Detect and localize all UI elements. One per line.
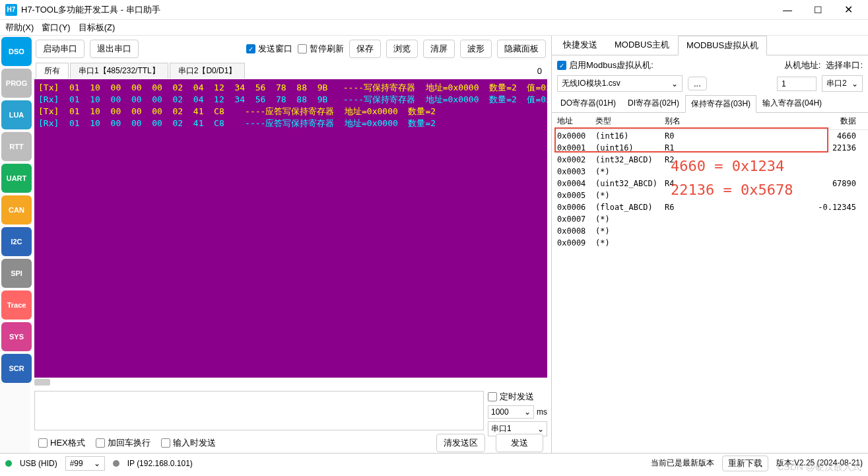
redownload-button[interactable]: 重新下载	[722, 456, 768, 471]
cell-type: (*)	[595, 191, 665, 200]
maximize-button[interactable]: ☐	[803, 1, 832, 19]
register-table: 地址 类型 别名 数据 0x0000(int16)R046600x0001(ui…	[552, 113, 868, 453]
cell-alias	[665, 238, 691, 248]
start-serial-button[interactable]: 启动串口	[36, 40, 84, 58]
version-label: 版本:V2.25 (2024-08-21)	[776, 458, 863, 469]
tab-hold-reg[interactable]: 保持寄存器(03H)	[685, 95, 756, 113]
cell-type: (uint32_ABCD)	[595, 179, 665, 188]
profile-select[interactable]: 无线IO模块1.csv⌄	[557, 75, 683, 92]
tab-modbus-master[interactable]: MODBUS主机	[606, 35, 678, 55]
minimize-button[interactable]: —	[773, 1, 802, 19]
tab-serial2[interactable]: 串口2【D0/D1】	[170, 63, 246, 79]
cell-addr: 0x0002	[557, 155, 595, 164]
sidebar-item-dso[interactable]: DSO	[1, 37, 32, 66]
cell-type: (*)	[595, 238, 665, 248]
sidebar-item-spi[interactable]: SPI	[1, 259, 32, 288]
sidebar-item-lua[interactable]: LUA	[1, 100, 32, 129]
cell-addr: 0x0003	[557, 167, 595, 176]
cr-checkbox[interactable]: 加回车换行	[96, 437, 150, 449]
browse-button[interactable]: 浏览	[386, 40, 418, 58]
cell-type: (*)	[595, 226, 665, 236]
interval-value: 1000	[491, 407, 509, 417]
cell-alias: R1	[665, 143, 691, 153]
cell-addr: 0x0001	[557, 143, 595, 153]
table-row[interactable]: 0x0008(*)	[552, 225, 868, 237]
cell-alias	[665, 191, 691, 200]
table-row[interactable]: 0x0002(int32_ABCD)R2	[552, 154, 868, 166]
sidebar-item-i2c[interactable]: I2C	[1, 227, 32, 256]
console-line: [Rx] 01 10 00 00 00 02 41 C8 ----应答写保持寄存…	[38, 118, 543, 129]
menu-target[interactable]: 目标板(Z)	[79, 22, 116, 34]
cell-data	[691, 191, 863, 200]
cell-alias: R0	[665, 131, 691, 141]
sidebar-item-prog[interactable]: PROG	[1, 69, 32, 98]
tab-di-reg[interactable]: DI寄存器(02H)	[622, 94, 685, 112]
horizontal-scrollbar[interactable]	[34, 379, 547, 387]
send-textarea[interactable]	[34, 391, 484, 430]
table-row[interactable]: 0x0007(*)	[552, 213, 868, 225]
table-row[interactable]: 0x0000(int16)R04660	[552, 130, 868, 142]
hex-label: HEX格式	[50, 437, 85, 449]
ms-label: ms	[537, 407, 547, 417]
more-button[interactable]: ...	[688, 77, 707, 90]
sidebar-item-scr[interactable]: SCR	[1, 354, 32, 383]
table-row[interactable]: 0x0003(*)	[552, 166, 868, 178]
modbus-port-select[interactable]: 串口2⌄	[822, 75, 863, 92]
sidebar-item-sys[interactable]: SYS	[1, 322, 32, 351]
tab-quick-send[interactable]: 快捷发送	[554, 35, 606, 55]
usb-status: USB (HID)	[20, 459, 57, 468]
sidebar-item-trace[interactable]: Trace	[1, 290, 32, 320]
sidebar-item-rtt[interactable]: RTT	[1, 132, 32, 161]
ip-status: IP (192.168.0.101)	[127, 459, 193, 468]
cell-addr: 0x0004	[557, 179, 595, 188]
cell-alias: R6	[665, 203, 691, 212]
wave-button[interactable]: 波形	[460, 40, 492, 58]
app-icon: H7	[5, 4, 17, 16]
hex-checkbox[interactable]: HEX格式	[38, 437, 85, 449]
device-num-select[interactable]: #99⌄	[65, 456, 105, 471]
pause-refresh-checkbox[interactable]: 暂停刷新	[298, 43, 344, 55]
table-row[interactable]: 0x0001(uint16)R122136	[552, 142, 868, 154]
tab-do-reg[interactable]: DO寄存器(01H)	[554, 94, 622, 112]
timed-send-label: 定时发送	[500, 391, 534, 403]
table-row[interactable]: 0x0005(*)	[552, 189, 868, 201]
menu-window[interactable]: 窗口(Y)	[42, 22, 70, 34]
table-row[interactable]: 0x0009(*)	[552, 237, 868, 249]
input-time-label: 输入时发送	[173, 437, 216, 449]
cell-addr: 0x0008	[557, 226, 595, 236]
input-time-checkbox[interactable]: 输入时发送	[161, 437, 216, 449]
hide-panel-button[interactable]: 隐藏面板	[497, 40, 546, 58]
table-row[interactable]: 0x0006(float_ABCD)R6-0.12345	[552, 201, 868, 213]
close-button[interactable]: ✕	[834, 1, 863, 19]
clear-button[interactable]: 清屏	[423, 40, 455, 58]
save-button[interactable]: 保存	[349, 40, 381, 58]
tab-modbus-slave[interactable]: MODBUS虚拟从机	[678, 36, 767, 55]
byte-counter: 0	[537, 66, 546, 76]
clear-send-button[interactable]: 清发送区	[436, 434, 485, 452]
tab-all[interactable]: 所有	[36, 63, 69, 79]
sidebar-item-can[interactable]: CAN	[1, 195, 32, 224]
console-line: [Rx] 01 10 00 00 00 02 04 12 34 56 78 88…	[38, 94, 543, 106]
exit-serial-button[interactable]: 退出串口	[90, 40, 139, 58]
enable-modbus-checkbox[interactable]: ✓启用Modbus虚拟从机:	[557, 59, 653, 71]
cell-type: (int32_ABCD)	[595, 155, 665, 164]
col-header-addr: 地址	[557, 116, 595, 127]
send-button[interactable]: 发送	[496, 434, 543, 452]
enable-modbus-label: 启用Modbus虚拟从机:	[569, 59, 653, 71]
titlebar: H7 H7-TOOL多功能开发工具 - 串口助手 — ☐ ✕	[0, 0, 868, 20]
slave-addr-input[interactable]: 1	[777, 77, 817, 91]
cell-type: (float_ABCD)	[595, 203, 665, 212]
tab-serial1[interactable]: 串口1【485/232/TTL】	[70, 63, 168, 79]
cell-addr: 0x0000	[557, 131, 595, 141]
chevron-down-icon: ⌄	[524, 407, 531, 417]
console-output[interactable]: [Tx] 01 10 00 00 00 02 04 12 34 56 78 88…	[34, 79, 547, 378]
send-window-checkbox[interactable]: ✓发送窗口	[246, 43, 292, 55]
table-row[interactable]: 0x0004(uint32_ABCD)R467890	[552, 178, 868, 189]
cell-addr: 0x0005	[557, 191, 595, 200]
tab-input-reg[interactable]: 输入寄存器(04H)	[756, 94, 828, 112]
menu-help[interactable]: 帮助(X)	[5, 22, 34, 34]
interval-select[interactable]: 1000⌄	[488, 405, 534, 419]
cell-addr: 0x0007	[557, 215, 595, 224]
timed-send-checkbox[interactable]: 定时发送	[488, 391, 547, 403]
sidebar-item-uart[interactable]: UART	[1, 164, 32, 193]
